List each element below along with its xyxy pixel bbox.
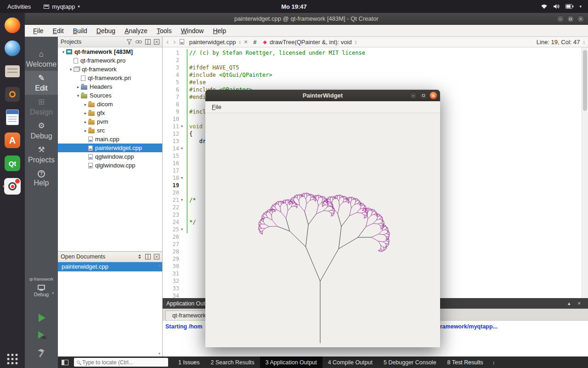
maximize-output-icon[interactable]: ▴ <box>568 300 571 306</box>
show-applications-button[interactable] <box>7 354 18 364</box>
tree-item-dicom[interactable]: ▸dicom <box>58 100 162 109</box>
expander-down-icon[interactable]: ▾ <box>75 93 81 98</box>
expander-right-icon[interactable]: ▸ <box>83 111 88 115</box>
toolbar-updown-icon[interactable]: ↕ <box>583 39 586 45</box>
expander-right-icon[interactable]: ▸ <box>83 128 88 133</box>
expander-right-icon[interactable]: ▸ <box>83 120 88 124</box>
split-icon[interactable] <box>145 254 151 259</box>
mode-edit[interactable]: ✎Edit <box>25 71 58 95</box>
symbol-selector[interactable]: drawTree(QPainter &, int): void <box>270 39 352 46</box>
tree-item-qt-framework-483m-[interactable]: ▾qt-framework [483M] <box>58 47 162 56</box>
menu-file[interactable]: File <box>28 26 48 36</box>
menu-tools[interactable]: Tools <box>152 26 176 36</box>
run-button[interactable] <box>35 312 47 326</box>
dock-item-qt[interactable]: Qt <box>2 154 23 173</box>
symbol-dropdown-icon[interactable]: ↕ <box>355 39 357 45</box>
tree-item-main-cpp[interactable]: main.cpp <box>58 135 162 144</box>
dock-item-file-cabinet[interactable] <box>2 62 23 81</box>
tree-item-src[interactable]: ▸src <box>58 126 162 135</box>
fold-marker-icon[interactable]: ▾ <box>181 226 187 233</box>
document-selector[interactable]: painterwidget.cpp <box>189 39 236 46</box>
back-button[interactable]: ‹ <box>165 38 170 46</box>
tree-item-headers[interactable]: ▸Headers <box>58 82 162 91</box>
mode-debug[interactable]: ⚙Debug <box>25 119 58 143</box>
menu-window[interactable]: Window <box>176 26 209 36</box>
menu-analyze[interactable]: Analyze <box>120 26 152 36</box>
dock-item-screen-recorder[interactable] <box>2 177 23 196</box>
dock-item-libreoffice-writer[interactable] <box>2 108 23 127</box>
maximize-button[interactable] <box>419 92 427 99</box>
close-button[interactable]: × <box>577 15 584 23</box>
open-document-item[interactable]: painterwidget.cpp <box>58 262 162 271</box>
document-dropdown-icon[interactable]: ↕ <box>239 39 242 45</box>
filter-icon[interactable] <box>126 39 132 45</box>
clock[interactable]: Mo 19:47 <box>281 3 307 10</box>
painter-menu-file[interactable]: File <box>207 102 226 112</box>
close-panel-icon[interactable] <box>154 254 159 259</box>
pane-tab-search-results[interactable]: 2 Search Results <box>205 356 260 368</box>
tree-item-qt-framework-pro[interactable]: qt-framework.pro <box>58 56 162 65</box>
tree-item-qlglwindow-cpp[interactable]: qlglwindow.cpp <box>58 161 162 170</box>
tree-item-qglwindow-cpp[interactable]: qglwindow.cpp <box>58 152 162 161</box>
scroll-down-icon[interactable]: ▾ <box>157 351 162 356</box>
build-config-selector[interactable]: Debug ▸ <box>25 283 58 297</box>
mode-welcome[interactable]: ⌂Welcome <box>25 47 58 71</box>
locator[interactable] <box>74 358 168 367</box>
fold-marker-icon[interactable]: ▾ <box>181 196 187 204</box>
split-icon[interactable] <box>145 39 151 45</box>
expander-right-icon[interactable]: ▸ <box>75 85 81 89</box>
mode-projects[interactable]: ⚒Projects <box>25 143 58 167</box>
maximize-button[interactable] <box>567 15 574 23</box>
output-text-left: Starting /hom <box>165 323 203 330</box>
fold-marker-icon[interactable]: ▾ <box>181 145 187 152</box>
tree-item-painterwidget-cpp[interactable]: painterwidget.cpp <box>58 144 162 152</box>
tree-item-pvm[interactable]: ▸pvm <box>58 117 162 126</box>
pane-tab-compile-output[interactable]: 4 Compile Output <box>322 356 378 368</box>
locator-input[interactable] <box>82 359 158 366</box>
tree-item-qt-framework-pri[interactable]: qt-framework.pri <box>58 74 162 82</box>
sort-icon[interactable] <box>137 254 142 259</box>
pane-tab-debugger-console[interactable]: 5 Debugger Console <box>378 356 442 368</box>
fold-marker-icon[interactable]: ▾ <box>181 123 187 130</box>
minimize-button[interactable]: − <box>409 92 417 99</box>
toggle-sidebar-button[interactable] <box>62 360 68 365</box>
app-menu[interactable]: myqtapp ▾ <box>44 3 79 10</box>
menu-build[interactable]: Build <box>68 26 92 36</box>
tree-item-gfx[interactable]: ▸gfx <box>58 109 162 117</box>
tree-item-sources[interactable]: ▾Sources <box>58 91 162 100</box>
painterwidget-titlebar[interactable]: PainterWidget − × <box>205 90 440 101</box>
expander-down-icon[interactable]: ▾ <box>68 67 74 72</box>
expander-down-icon[interactable]: ▾ <box>61 50 66 54</box>
tree-item-qt-framework[interactable]: ▾qt-framework <box>58 65 162 74</box>
mode-help[interactable]: ?Help <box>25 167 58 190</box>
menu-debug[interactable]: Debug <box>92 26 120 36</box>
dock-item-firefox[interactable] <box>2 16 23 35</box>
forward-button[interactable]: › <box>172 38 176 46</box>
link-icon[interactable] <box>136 40 142 44</box>
fold-marker-icon[interactable]: ▾ <box>181 174 187 182</box>
build-button[interactable] <box>36 348 47 361</box>
menu-edit[interactable]: Edit <box>48 26 68 36</box>
close-button[interactable]: × <box>430 92 437 99</box>
editor-scrollbar[interactable] <box>582 47 588 298</box>
dock-item-help-browser[interactable] <box>2 39 23 58</box>
scrollbar-thumb[interactable] <box>583 50 587 111</box>
dock-item-software-store[interactable]: A <box>2 131 23 150</box>
system-tray[interactable]: ▾ <box>541 4 588 9</box>
close-document-button[interactable]: × <box>244 38 248 46</box>
pane-tab-issues[interactable]: 1 Issues <box>173 356 205 368</box>
minimize-button[interactable]: − <box>557 15 564 23</box>
expander-right-icon[interactable]: ▸ <box>83 102 88 107</box>
open-documents-scrollbar[interactable]: ▴▾ <box>157 262 162 356</box>
pane-tab-application-output[interactable]: 3 Application Output <box>260 356 322 368</box>
dock-item-screenshot-tool[interactable] <box>2 85 23 104</box>
close-panel-icon[interactable] <box>154 39 159 45</box>
menu-help[interactable]: Help <box>208 26 231 36</box>
panes-updown-icon[interactable]: ↕ <box>492 360 495 365</box>
pane-tab-test-results[interactable]: 8 Test Results <box>442 356 489 368</box>
activities-button[interactable]: Activities <box>7 3 31 10</box>
scroll-up-icon[interactable]: ▴ <box>157 263 162 267</box>
debug-run-button[interactable] <box>35 329 47 343</box>
close-output-icon[interactable]: × <box>578 300 581 306</box>
qtcreator-titlebar[interactable]: painterwidget.cpp @ qt-framework [483M] … <box>25 13 588 25</box>
